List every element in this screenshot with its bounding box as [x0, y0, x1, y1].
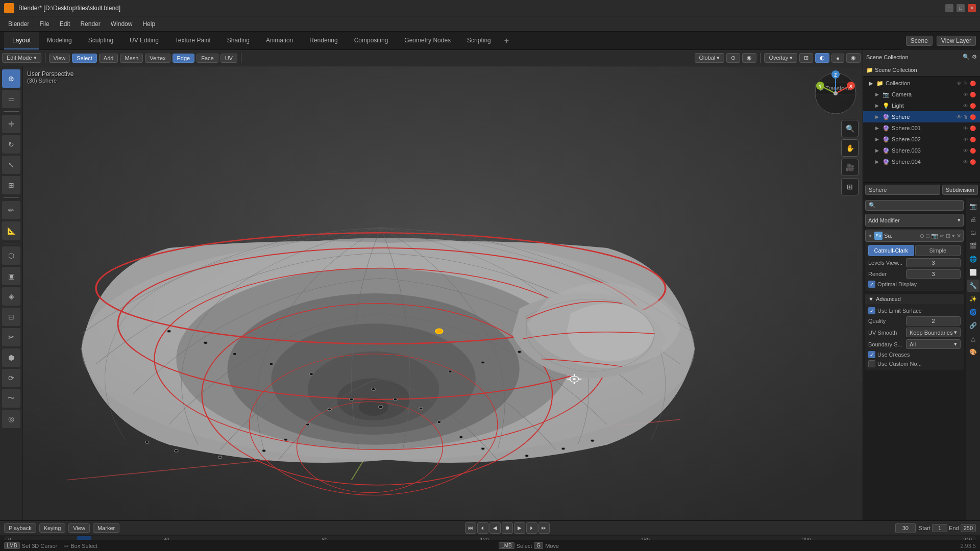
tab-animation[interactable]: Animation [258, 32, 301, 49]
use-creases-checkbox[interactable]: ✓ [868, 351, 875, 358]
loop-cut-btn[interactable]: ⊟ [2, 308, 20, 326]
prev-frame-btn[interactable]: ⏴ [477, 522, 488, 534]
quality-value[interactable]: 2 [906, 316, 961, 325]
props-tab-object-data[interactable]: △ [967, 333, 979, 345]
tab-geometry-nodes[interactable]: Geometry Nodes [396, 32, 459, 49]
props-tab-constraints[interactable]: 🔗 [967, 319, 979, 332]
add-workspace-button[interactable]: + [499, 32, 514, 49]
stop-btn[interactable]: ⏺ [502, 522, 513, 534]
outliner-filter-icon[interactable]: 🔍 [963, 54, 970, 60]
inset-tool-btn[interactable]: ▣ [2, 267, 20, 285]
global-transform[interactable]: Global ▾ [695, 53, 725, 63]
advanced-header[interactable]: ▼ Advanced [865, 294, 964, 304]
outliner-item-sphere002[interactable]: ▶ 🔮 Sphere.002 👁 🔴 [863, 134, 980, 145]
tab-scripting[interactable]: Scripting [459, 32, 499, 49]
jump-start-btn[interactable]: ⏮ [465, 522, 476, 534]
measure-tool-btn[interactable]: 📐 [2, 221, 20, 240]
optimal-display-checkbox[interactable]: ✓ [868, 281, 875, 288]
maximize-button[interactable]: □ [957, 4, 965, 12]
light-vis[interactable]: 👁 🔴 [963, 103, 976, 109]
props-tab-scene[interactable]: 🎬 [967, 240, 979, 252]
menu-window[interactable]: Window [106, 18, 138, 30]
menu-file[interactable]: File [34, 18, 54, 30]
props-tab-physics[interactable]: 🌀 [967, 306, 979, 318]
outliner-item-sphere004[interactable]: ▶ 🔮 Sphere.004 👁 🔴 [863, 156, 980, 167]
end-value[interactable]: 250 [961, 524, 976, 532]
outliner-item-sphere[interactable]: ▶ 🔮 Sphere 👁 🖱 🔴 [863, 111, 980, 122]
sphere003-vis[interactable]: 👁 🔴 [963, 148, 976, 154]
spin-tool-btn[interactable]: ⟳ [2, 369, 20, 387]
sphere-vis[interactable]: 👁 🖱 🔴 [957, 114, 976, 120]
tab-uv-editing[interactable]: UV Editing [121, 32, 167, 49]
shading-material[interactable]: ● [831, 54, 844, 63]
props-tab-view-layer[interactable]: 🗂 [967, 227, 979, 239]
use-custom-normals-checkbox[interactable] [868, 360, 875, 367]
mod-ctrl-1[interactable]: ⊙ [920, 233, 924, 239]
knife-tool-btn[interactable]: ✂ [2, 328, 20, 346]
outliner-item-light[interactable]: ▶ 💡 Light 👁 🔴 [863, 100, 980, 111]
start-value[interactable]: 1 [932, 524, 947, 532]
menu-edit[interactable]: Edit [55, 18, 76, 30]
props-tab-modifier[interactable]: 🔧 [967, 280, 979, 292]
viewport-face-menu[interactable]: Face [197, 54, 218, 63]
outliner-options-icon[interactable]: ⚙ [972, 54, 977, 60]
current-frame-display[interactable]: 30 [895, 523, 916, 533]
outliner-item-collection[interactable]: ▶ 📁 Collection 👁 🖱 🔴 [863, 78, 980, 89]
jump-end-btn[interactable]: ⏭ [538, 522, 550, 534]
outliner-item-sphere001[interactable]: ▶ 🔮 Sphere.001 👁 🔴 [863, 122, 980, 134]
close-button[interactable]: ✕ [968, 4, 976, 12]
grid-view-btn[interactable]: ⊞ [841, 178, 859, 195]
cursor-tool-btn[interactable]: ⊕ [2, 69, 20, 88]
scene-selector[interactable]: Scene [906, 36, 933, 46]
tab-rendering[interactable]: Rendering [301, 32, 346, 49]
viewport-edge-menu[interactable]: Edge [173, 54, 195, 63]
play-backward-btn[interactable]: ◀ [489, 522, 501, 534]
viewport-view-menu[interactable]: View [49, 54, 70, 63]
object-name-field[interactable]: Sphere [865, 185, 940, 195]
shading-wire[interactable]: ⊞ [799, 53, 813, 63]
use-limit-surface-checkbox[interactable]: ✓ [868, 307, 875, 314]
mod-ctrl-close[interactable]: ✕ [957, 233, 961, 239]
play-forward-btn[interactable]: ▶ [514, 522, 525, 534]
outliner-item-sphere003[interactable]: ▶ 🔮 Sphere.003 👁 🔴 [863, 145, 980, 156]
viewport-vertex-menu[interactable]: Vertex [145, 54, 170, 63]
catmull-clark-tab[interactable]: Catmull-Clark [868, 245, 914, 256]
tab-texture-paint[interactable]: Texture Paint [167, 32, 219, 49]
transform-tool-btn[interactable]: ⊞ [2, 176, 20, 194]
tab-shading[interactable]: Shading [219, 32, 258, 49]
mod-ctrl-edit[interactable]: ✏ [940, 233, 944, 239]
props-tab-particles[interactable]: ✨ [967, 293, 979, 305]
playback-menu[interactable]: Playback [4, 523, 36, 533]
tab-layout[interactable]: Layout [4, 32, 39, 49]
sphere002-vis[interactable]: 👁 🔴 [963, 137, 976, 142]
props-tab-material[interactable]: 🎨 [967, 346, 979, 358]
mesh-name-field[interactable]: Subdivision [942, 185, 978, 195]
select-box-btn[interactable]: ▭ [2, 90, 20, 108]
snap-toggle[interactable]: ⊙ [726, 53, 740, 63]
viewport-add-menu[interactable]: Add [99, 54, 118, 63]
shrink-tool-btn[interactable]: ◎ [2, 410, 20, 428]
tab-modeling[interactable]: Modeling [39, 32, 80, 49]
proportional-edit[interactable]: ◉ [742, 53, 756, 63]
shading-solid[interactable]: ◐ [815, 53, 829, 63]
menu-render[interactable]: Render [75, 18, 105, 30]
smooth-tool-btn[interactable]: 〜 [2, 389, 20, 408]
view-layer-selector[interactable]: View Layer [937, 36, 976, 46]
move-tool-btn[interactable]: ✛ [2, 115, 20, 133]
visibility-icon[interactable]: 👁 🖱 🔴 [957, 81, 976, 86]
keying-menu[interactable]: Keying [39, 523, 66, 533]
viewport-select-menu[interactable]: Select [72, 54, 97, 63]
sphere004-vis[interactable]: 👁 🔴 [963, 159, 976, 165]
render-value[interactable]: 3 [906, 269, 961, 279]
props-tab-output[interactable]: 🖨 [967, 213, 979, 226]
pan-view-btn[interactable]: ✋ [841, 139, 859, 157]
view-menu[interactable]: View [68, 523, 90, 533]
marker-menu[interactable]: Marker [93, 523, 119, 533]
poly-build-btn[interactable]: ⬢ [2, 348, 20, 367]
overlay-btn[interactable]: Overlay ▾ [764, 53, 797, 63]
props-search-input[interactable] [878, 203, 960, 209]
orbit-gizmo[interactable]: X Y Z [813, 70, 859, 116]
menu-help[interactable]: Help [137, 18, 160, 30]
uv-smooth-dropdown[interactable]: Keep Boundaries ▾ [906, 328, 961, 337]
mod-ctrl-3[interactable]: 📷 [931, 233, 938, 239]
